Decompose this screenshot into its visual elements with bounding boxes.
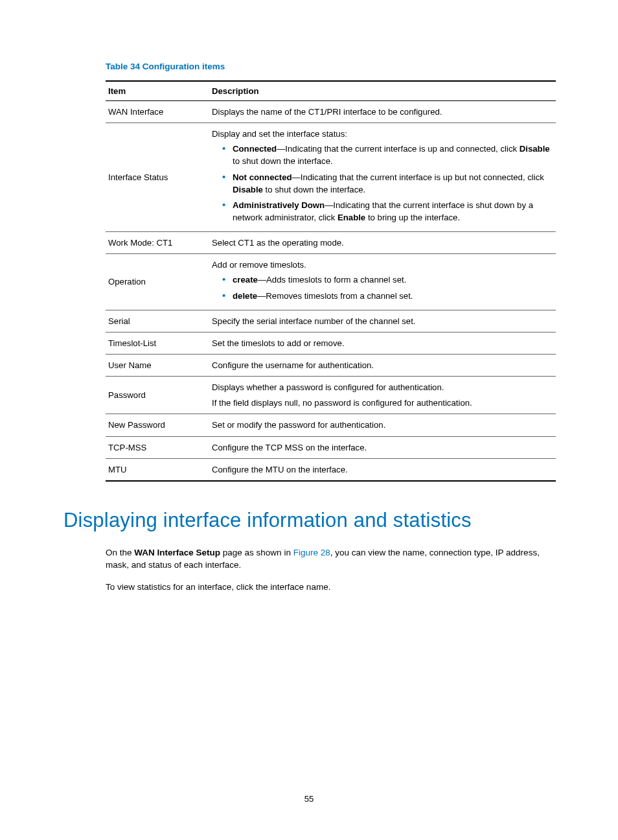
table-row: TCP-MSS Configure the TCP MSS on the int…: [106, 436, 556, 458]
figure-reference-link[interactable]: Figure 28: [293, 548, 330, 557]
bullet-item: create—Adds timeslots to form a channel …: [222, 274, 551, 286]
desc-cell: Displays the name of the CT1/PRI interfa…: [209, 101, 556, 123]
desc-cell: Select CT1 as the operating mode.: [209, 232, 556, 254]
desc-cell: Set or modify the password for authentic…: [209, 414, 556, 436]
table-row: Timeslot-List Set the timeslots to add o…: [106, 332, 556, 354]
header-description: Description: [209, 81, 556, 101]
item-cell: TCP-MSS: [106, 436, 209, 458]
bullet-item: Not connected—Indicating that the curren…: [222, 171, 551, 196]
desc-cell: Display and set the interface status: Co…: [209, 123, 556, 232]
item-cell: Serial: [106, 310, 209, 332]
table-row: WAN Interface Displays the name of the C…: [106, 101, 556, 123]
text: to bring up the interface.: [365, 213, 460, 222]
item-cell: New Password: [106, 414, 209, 436]
desc-cell: Configure the MTU on the interface.: [209, 458, 556, 481]
bold-term: Administratively Down: [233, 200, 325, 210]
bold-term: delete: [233, 291, 257, 301]
table-row: Work Mode: CT1 Select CT1 as the operati…: [106, 232, 556, 254]
status-intro: Display and set the interface status:: [212, 129, 347, 139]
header-item: Item: [106, 81, 209, 101]
bold-term: create: [233, 275, 258, 285]
bold-term: Enable: [338, 213, 365, 222]
password-line1: Displays whether a password is configure…: [212, 381, 551, 393]
text: —Adds timeslots to form a channel set.: [258, 275, 406, 285]
bold-term: WAN Interface Setup: [134, 548, 220, 557]
table-row: Operation Add or remove timeslots. creat…: [106, 254, 556, 310]
bold-term: Disable: [520, 144, 550, 154]
text: to shut down the interface.: [233, 156, 333, 166]
table-row: Serial Specify the serial interface numb…: [106, 310, 556, 332]
config-items-table: Item Description WAN Interface Displays …: [106, 80, 556, 482]
item-cell: Interface Status: [106, 123, 209, 232]
item-cell: Work Mode: CT1: [106, 232, 209, 254]
desc-cell: Add or remove timeslots. create—Adds tim…: [209, 254, 556, 310]
desc-cell: Set the timeslots to add or remove.: [209, 332, 556, 354]
table-row: Interface Status Display and set the int…: [106, 123, 556, 232]
desc-cell: Displays whether a password is configure…: [209, 377, 556, 414]
item-cell: Password: [106, 377, 209, 414]
desc-cell: Configure the username for authenticatio…: [209, 354, 556, 376]
table-row: Password Displays whether a password is …: [106, 377, 556, 414]
text: —Removes timeslots from a channel set.: [257, 291, 413, 301]
bullet-item: Connected—Indicating that the current in…: [222, 143, 551, 167]
table-row: New Password Set or modify the password …: [106, 414, 556, 436]
desc-cell: Specify the serial interface number of t…: [209, 310, 556, 332]
bold-term: Disable: [233, 185, 263, 194]
body-paragraph: To view statistics for an interface, cli…: [106, 581, 555, 594]
item-cell: Timeslot-List: [106, 332, 209, 354]
password-line2: If the field displays null, no password …: [212, 397, 551, 409]
text: to shut down the interface.: [263, 185, 365, 194]
bullet-item: delete—Removes timeslots from a channel …: [222, 290, 551, 302]
operation-intro: Add or remove timeslots.: [212, 260, 306, 270]
desc-cell: Configure the TCP MSS on the interface.: [209, 436, 556, 458]
bold-term: Connected: [233, 144, 277, 154]
text: On the: [106, 548, 134, 557]
table-header-row: Item Description: [106, 81, 556, 101]
page-number: 55: [0, 794, 618, 804]
text: —Indicating that the current interface i…: [292, 172, 544, 182]
table-row: User Name Configure the username for aut…: [106, 354, 556, 376]
text: —Indicating that the current interface i…: [277, 144, 520, 154]
item-cell: MTU: [106, 458, 209, 481]
item-cell: WAN Interface: [106, 101, 209, 123]
item-cell: Operation: [106, 254, 209, 310]
body-paragraph: On the WAN Interface Setup page as shown…: [106, 546, 555, 572]
bullet-item: Administratively Down—Indicating that th…: [222, 199, 551, 224]
table-row: MTU Configure the MTU on the interface.: [106, 458, 556, 481]
text: page as shown in: [220, 548, 293, 557]
item-cell: User Name: [106, 354, 209, 376]
bold-term: Not connected: [233, 172, 292, 182]
section-heading: Displaying interface information and sta…: [63, 509, 555, 532]
table-caption: Table 34 Configuration items: [106, 62, 555, 71]
